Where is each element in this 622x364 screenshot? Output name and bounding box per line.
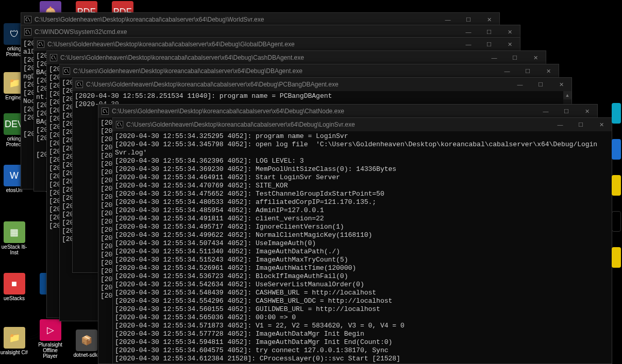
cmd-icon: C\ (24, 16, 31, 23)
close-button[interactable]: ✕ (499, 38, 520, 51)
maximize-button[interactable]: ☐ (505, 51, 525, 64)
cmd-icon: C\ (63, 67, 70, 75)
cmd-icon: C\ (24, 28, 31, 36)
titlebar[interactable]: C\ C:\Users\Goldenheaven\Desktop\koreanc… (73, 78, 571, 91)
desktop-icon[interactable]: 📁uralsight C# (0, 327, 28, 355)
minimize-button[interactable]: — (550, 118, 570, 131)
maximize-button[interactable]: ☐ (570, 118, 591, 131)
cropped-icon[interactable] (612, 139, 621, 160)
titlebar[interactable]: C\ C:\Users\Goldenheaven\Desktop\koreanc… (60, 64, 559, 78)
desktop-icon-label: uralsight C# (0, 350, 28, 355)
desktop-icon-label: ueStacks (0, 296, 28, 301)
desktop-icon[interactable]: ■ueStacks (0, 273, 28, 301)
desktop-icon-label: dotnet-sdk- (72, 352, 100, 358)
desktop-icon[interactable]: ▦ueStack lti-Inst (0, 221, 28, 255)
cmd-icon: C\ (116, 121, 123, 128)
window-title: C:\Users\Goldenheaven\Desktop\koreancaba… (47, 41, 458, 48)
app-icon: 📦 (76, 330, 97, 351)
window-title: C:\Users\Goldenheaven\Desktop\koreancaba… (126, 121, 550, 128)
app-icon: 📁 (4, 327, 25, 349)
cropped-icon[interactable] (612, 211, 621, 232)
close-button[interactable]: ✕ (591, 118, 612, 131)
scroll-up-button[interactable]: ▲ (563, 91, 571, 99)
titlebar[interactable]: C\ C:\Users\Goldenheaven\Desktop\koreanc… (47, 51, 546, 64)
minimize-button[interactable]: — (484, 51, 505, 64)
desktop-icon[interactable]: ▷Pluralsight Offline Player (36, 319, 64, 359)
desktop-icons-right (612, 103, 622, 283)
desktop-icon-label: Pluralsight Offline Player (36, 342, 64, 359)
titlebar[interactable]: C\ C:\Users\Goldenheaven\Desktop\koreanc… (98, 105, 597, 118)
window-title: C:\Users\Goldenheaven\Desktop\koreancaba… (60, 54, 484, 61)
minimize-button[interactable]: — (497, 64, 517, 78)
close-button[interactable]: ✕ (538, 64, 559, 78)
desktop-icon[interactable]: 📦dotnet-sdk- (72, 330, 100, 358)
maximize-button[interactable]: ☐ (517, 64, 538, 78)
close-button[interactable]: ✕ (551, 78, 571, 91)
desktop-icon-label: ueStack lti-Inst (0, 244, 28, 255)
console-output: [2020-04-30 12:55:34.325295 4052]: progr… (113, 131, 612, 363)
cropped-icon[interactable] (612, 175, 621, 196)
maximize-button[interactable]: ☐ (556, 105, 577, 118)
window-title: C:\WINDOWS\system32\cmd.exe (35, 28, 458, 36)
app-icon: ■ (4, 273, 25, 294)
cmd-icon: C\ (102, 108, 109, 115)
close-button[interactable]: ✕ (577, 105, 597, 118)
window-title: C:\Users\Goldenheaven\Desktop\koreancaba… (73, 67, 497, 75)
window-title: C:\Users\Goldenheaven\Desktop\koreancaba… (112, 108, 535, 115)
cmd-icon: C\ (37, 41, 44, 48)
app-icon: ▷ (40, 319, 61, 341)
cmd-icon: C\ (50, 54, 57, 61)
minimize-button[interactable]: — (510, 78, 530, 91)
window-title: C:\Users\Goldenheaven\Desktop\koreancaba… (35, 16, 438, 23)
maximize-button[interactable]: ☐ (479, 38, 499, 51)
window-title: C:\Users\Goldenheaven\Desktop\koreancaba… (86, 81, 510, 88)
app-icon: ▦ (4, 221, 25, 243)
cropped-icon[interactable] (612, 247, 621, 268)
titlebar[interactable]: C\ C:\Users\Goldenheaven\Desktop\koreanc… (113, 118, 612, 131)
window-loginsvr[interactable]: C\ C:\Users\Goldenheaven\Desktop\koreanc… (112, 117, 612, 364)
close-button[interactable]: ✕ (525, 51, 546, 64)
titlebar[interactable]: C\ C:\Users\Goldenheaven\Desktop\koreanc… (34, 38, 520, 51)
minimize-button[interactable]: — (535, 105, 556, 118)
cmd-icon: C\ (76, 81, 83, 88)
cropped-icon[interactable] (612, 103, 621, 124)
maximize-button[interactable]: ☐ (530, 78, 551, 91)
minimize-button[interactable]: — (458, 38, 479, 51)
